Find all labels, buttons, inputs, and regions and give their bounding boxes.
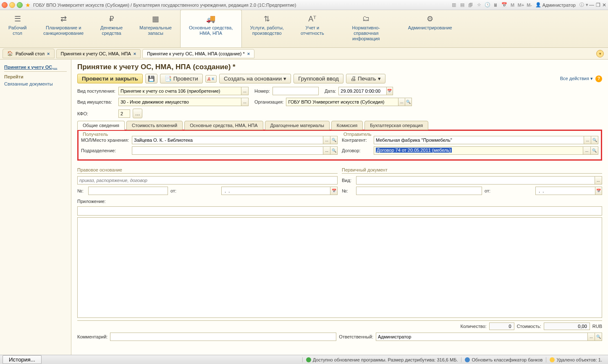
select-button[interactable]: ... <box>323 136 330 144</box>
minimize-button[interactable]: — <box>589 2 594 8</box>
search-button[interactable] <box>595 333 602 341</box>
dt-kt-button[interactable]: ДК <box>205 75 217 83</box>
kfo-input[interactable] <box>118 109 130 118</box>
close-tab-icon[interactable]: × <box>247 51 250 56</box>
close-button[interactable]: ✕ <box>602 2 606 8</box>
save-button[interactable]: 💾 <box>145 74 157 83</box>
comment-label: Комментарий: <box>77 334 107 339</box>
date-input[interactable] <box>338 87 393 95</box>
ribbon-cash[interactable]: ₽Денежные средства <box>92 10 131 47</box>
counterparty-input[interactable]: ... <box>374 136 598 144</box>
kfo-select-button[interactable]: ... <box>133 109 142 118</box>
primary-num-input[interactable] <box>356 187 482 195</box>
calendar-button[interactable] <box>330 187 337 195</box>
history-button[interactable]: История... <box>3 355 42 364</box>
ribbon-accounting[interactable]: АᵀУчет и отчетность <box>292 10 333 47</box>
tabs-dropdown-icon[interactable]: ▾ <box>596 50 604 57</box>
group-input-button[interactable]: Групповой ввод <box>294 74 343 83</box>
history-icon[interactable]: 🕓 <box>484 2 491 8</box>
close-tab-icon[interactable]: × <box>134 51 136 56</box>
tool-icon-3[interactable]: 🗐 <box>467 2 474 8</box>
nav-title[interactable]: Принятие к учету ОС,... <box>4 63 67 72</box>
create-based-button[interactable]: Создать на основании ▾ <box>219 74 291 83</box>
receipt-type-input[interactable]: ... <box>118 87 249 95</box>
responsible-input[interactable]: ... <box>376 333 602 341</box>
primary-date-input[interactable] <box>535 187 602 195</box>
help-icon[interactable]: ? <box>595 75 602 82</box>
tab-commission[interactable]: Комиссия <box>331 121 363 130</box>
ribbon-services[interactable]: ⇅Услуги, работы, производство <box>242 10 292 47</box>
select-button[interactable]: ... <box>587 333 595 341</box>
legal-date-input[interactable] <box>221 187 338 195</box>
legal-num-input[interactable] <box>88 187 168 195</box>
legal-doc-input[interactable] <box>77 176 338 185</box>
tab-operation[interactable]: Бухгалтерская операция <box>364 121 428 130</box>
status-classifier[interactable]: Обновить классификатор банков <box>461 357 546 362</box>
calendar-button[interactable] <box>386 87 393 95</box>
content-placeholder <box>77 217 602 318</box>
print-button[interactable]: 🖨Печать ▾ <box>346 74 385 83</box>
contract-input[interactable]: Договор 74 от 20.05.2011 (мебель)... <box>374 146 598 155</box>
memory-mminus-button[interactable]: M- <box>526 2 533 8</box>
ribbon-planning[interactable]: ⇄Планирование и санкционирование <box>35 10 92 47</box>
calendar-button[interactable] <box>595 187 602 195</box>
calendar-icon[interactable]: 📅 <box>501 2 508 8</box>
ribbon-desktop[interactable]: ☰Рабочий стол <box>0 10 35 47</box>
select-button[interactable]: ... <box>241 98 248 106</box>
memory-m-button[interactable]: M <box>509 2 516 8</box>
tool-icon-2[interactable]: ▤ <box>459 2 466 8</box>
ribbon-fixed-assets[interactable]: 🚚Основные средства, НМА, НПА <box>180 10 242 47</box>
info-icon[interactable]: ⓘ <box>578 2 585 8</box>
select-button[interactable]: ... <box>323 147 330 154</box>
status-update[interactable]: Доступно обновление программы. Размер ди… <box>302 357 461 362</box>
search-button[interactable] <box>590 147 598 154</box>
calculator-icon[interactable]: 🖩 <box>493 2 499 8</box>
status-deleted[interactable]: Удалено объектов: 1. <box>546 357 605 362</box>
comment-input[interactable] <box>110 333 336 341</box>
primary-type-input[interactable]: ... <box>356 176 602 185</box>
close-tab-icon[interactable]: × <box>47 51 50 56</box>
search-button[interactable] <box>591 136 598 144</box>
tool-icon-1[interactable]: ▥ <box>451 2 457 8</box>
totals-row: Количество: 0 Стоимость: 0,00 RUB <box>77 320 602 330</box>
tab-document[interactable]: Принятие к учету ОС, НМА, НПА (создание)… <box>142 49 254 58</box>
minimize-window-icon[interactable] <box>9 2 15 8</box>
tab-precious[interactable]: Драгоценные материалы <box>265 121 330 130</box>
select-button[interactable]: ... <box>595 177 602 184</box>
all-actions-link[interactable]: Все действия ▾ <box>560 76 593 81</box>
tab-general[interactable]: Общие сведения <box>77 121 125 130</box>
select-button[interactable]: ... <box>241 87 248 95</box>
maximize-window-icon[interactable] <box>17 2 23 8</box>
number-input[interactable] <box>273 87 319 95</box>
mol-input[interactable]: ... <box>132 136 338 144</box>
select-button[interactable]: ... <box>398 98 405 106</box>
attachment-row: Приложение: <box>77 199 602 204</box>
post-button[interactable]: 📑Провести <box>160 74 203 83</box>
tab-assets[interactable]: Основные средства, НМА, НПА <box>184 121 263 130</box>
search-button[interactable] <box>330 147 337 154</box>
select-button[interactable]: ... <box>583 147 590 154</box>
ribbon-admin[interactable]: ⚙Администрирование <box>400 10 461 47</box>
attachment-input[interactable] <box>77 206 602 216</box>
search-button[interactable] <box>330 136 337 144</box>
close-window-icon[interactable] <box>2 2 8 8</box>
memory-mplus-button[interactable]: M+ <box>518 2 524 8</box>
dept-input[interactable]: ... <box>132 146 338 155</box>
select-button[interactable]: ... <box>584 136 591 144</box>
favorite-icon[interactable]: ★ <box>25 2 31 8</box>
restore-button[interactable]: ❐ <box>596 2 600 8</box>
ribbon-inventory[interactable]: ▦Материальные запасы <box>131 10 180 47</box>
nav-link-related[interactable]: Связанные документы <box>4 80 67 88</box>
search-button[interactable] <box>405 98 411 106</box>
org-input[interactable]: ... <box>286 98 412 106</box>
qty-label: Количество: <box>460 324 486 329</box>
property-type-input[interactable]: ... <box>118 98 249 106</box>
post-and-close-button[interactable]: Провести и закрыть <box>77 74 143 83</box>
dropdown-icon[interactable]: ▾ <box>586 2 588 8</box>
star-icon[interactable]: ☆ <box>476 2 482 8</box>
current-user[interactable]: 👤 Администратор <box>535 2 576 8</box>
tab-desktop[interactable]: 🏠 Рабочий стол × <box>3 49 55 58</box>
tab-cost[interactable]: Стоимость вложений <box>126 121 183 130</box>
tab-list[interactable]: Принятия к учету ОС, НМА, НПА × <box>56 49 141 58</box>
ribbon-reference[interactable]: 🗂Нормативно-справочная информация <box>333 10 400 47</box>
